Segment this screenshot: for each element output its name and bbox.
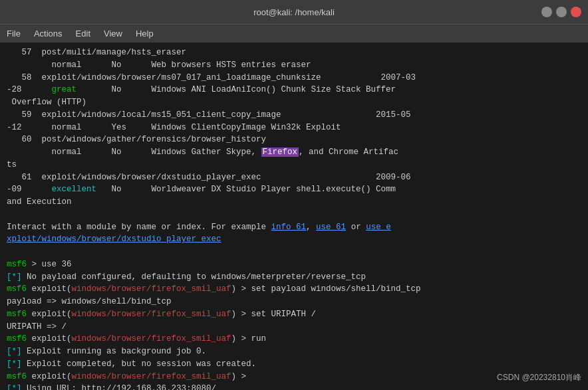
terminal-line: 59 exploit/windows/local/ms15_051_client…: [7, 109, 581, 122]
terminal-line: msf6 > use 36: [7, 258, 581, 271]
terminal-line: payload => windows/shell/bind_tcp: [7, 296, 581, 308]
terminal-line: msf6 exploit(windows/browser/firefox_smi…: [7, 283, 581, 296]
watermark: CSDN @20232810肖峰: [497, 372, 581, 383]
terminal-window: root@kali: /home/kali File Actions Edit …: [0, 0, 588, 390]
terminal-line: xploit/windows/browser/dxstudio_player_e…: [7, 233, 581, 246]
terminal-line: and Execution: [7, 196, 581, 209]
terminal-line: [*] No payload configured, defaulting to…: [7, 271, 581, 284]
terminal-line: 57 post/multi/manage/hsts_eraser: [7, 47, 581, 59]
terminal-line: Interact with a module by name or index.…: [7, 221, 581, 234]
terminal-line: normal No Windows Gather Skype, Firefox,…: [7, 146, 581, 159]
menu-view[interactable]: View: [104, 29, 122, 39]
terminal-line: msf6 exploit(windows/browser/firefox_smi…: [7, 333, 581, 345]
terminal-line: ts: [7, 159, 581, 171]
terminal-line: URIPATH => /: [7, 321, 581, 334]
terminal-line: msf6 exploit(windows/browser/firefox_smi…: [7, 371, 581, 383]
menu-edit[interactable]: Edit: [76, 29, 90, 39]
menu-help[interactable]: Help: [136, 29, 154, 39]
terminal-line: -28 great No Windows ANI LoadAniIcon() C…: [7, 84, 581, 96]
terminal-body[interactable]: 57 post/multi/manage/hsts_eraser normal …: [0, 43, 588, 390]
terminal-line: 61 exploit/windows/browser/dxstudio_play…: [7, 171, 581, 184]
minimize-button[interactable]: [541, 7, 552, 17]
menu-actions[interactable]: Actions: [34, 29, 63, 39]
window-controls: [541, 7, 581, 17]
terminal-line: 60 post/windows/gather/forensics/browser…: [7, 134, 581, 146]
titlebar: root@kali: /home/kali: [0, 0, 588, 24]
terminal-line: normal No Web browsers HSTS entries eras…: [7, 59, 581, 72]
terminal-line: [7, 246, 581, 258]
window-title: root@kali: /home/kali: [253, 7, 335, 17]
terminal-line: msf6 exploit(windows/browser/firefox_smi…: [7, 308, 581, 321]
terminal-line: [*] Using URL: http://192.168.36.233:808…: [7, 383, 581, 390]
terminal-line: [*] Exploit completed, but no session wa…: [7, 358, 581, 371]
terminal-line: Overflow (HTTP): [7, 96, 581, 109]
terminal-line: [*] Exploit running as background job 0.: [7, 345, 581, 358]
menu-file[interactable]: File: [7, 29, 21, 39]
maximize-button[interactable]: [556, 7, 567, 17]
terminal-line: -12 normal Yes Windows ClientCopyImage W…: [7, 122, 581, 134]
terminal-line: 58 exploit/windows/browser/ms07_017_ani_…: [7, 72, 581, 84]
close-button[interactable]: [571, 7, 581, 17]
terminal-wrapper: 57 post/multi/manage/hsts_eraser normal …: [0, 43, 588, 390]
terminal-line: [7, 209, 581, 221]
terminal-line: -09 excellent No Worldweaver DX Studio P…: [7, 183, 581, 196]
menu-bar: File Actions Edit View Help: [0, 24, 588, 43]
